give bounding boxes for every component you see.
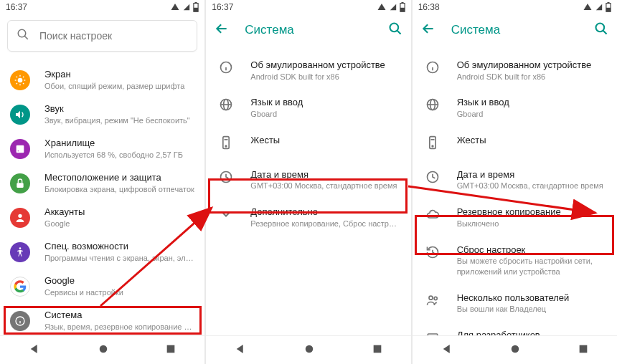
sys-title: Дополнительно <box>250 206 400 219</box>
svg-rect-2 <box>194 8 198 11</box>
svg-rect-25 <box>401 2 403 4</box>
sys-sub: Вы вошли как Владелец <box>457 304 607 315</box>
setting-accessibility[interactable]: Спец. возможностиПрограммы чтения с экра… <box>0 235 204 269</box>
sys-language[interactable]: Язык и вводGboard <box>206 89 410 126</box>
sys-datetime[interactable]: Дата и времяGMT+03:00 Москва, стандартно… <box>413 161 617 198</box>
sys-title: Жесты <box>457 134 607 147</box>
storage-icon <box>10 139 30 159</box>
setting-sound[interactable]: ЗвукЗвук, вибрация, режим "Не беспокоить… <box>0 97 204 132</box>
nav-recent[interactable] <box>152 339 189 362</box>
lock-icon <box>10 173 30 193</box>
nav-recent[interactable] <box>565 339 602 362</box>
svg-rect-16 <box>17 183 23 188</box>
svg-line-29 <box>397 31 400 34</box>
nav-back[interactable] <box>428 338 466 363</box>
sys-title: Сброс настроек <box>457 244 607 257</box>
gesture-icon <box>423 134 443 150</box>
chevron-down-icon <box>216 206 236 221</box>
setting-sub: Язык, время, резервное копирование и обн… <box>44 322 194 332</box>
language-icon <box>423 96 443 112</box>
sys-title: Для разработчиков <box>457 329 607 335</box>
settings-main-screen: 16:37 ЭкранОбои, спящий режим, размер шр… <box>0 0 204 364</box>
clock-icon <box>423 168 443 184</box>
svg-point-46 <box>595 24 604 32</box>
svg-rect-44 <box>606 8 611 11</box>
setting-title: Система <box>44 310 194 322</box>
nav-home[interactable] <box>290 338 329 363</box>
svg-point-3 <box>18 29 26 37</box>
sys-sub: Выключено <box>457 219 607 229</box>
sys-reset[interactable]: Сброс настроекВы можете сбросить настрой… <box>413 236 617 284</box>
search-icon[interactable] <box>591 19 611 42</box>
people-icon <box>423 292 443 307</box>
sys-title: Дата и время <box>250 168 400 181</box>
back-arrow-icon[interactable] <box>212 19 232 42</box>
svg-rect-43 <box>607 2 609 4</box>
svg-rect-23 <box>167 345 175 353</box>
sys-backup[interactable]: Резервное копированиеВыключено <box>413 198 617 236</box>
status-bar: 16:37 <box>206 0 410 14</box>
sys-developer[interactable]: Для разработчиков <box>413 322 617 335</box>
setting-display[interactable]: ЭкранОбои, спящий режим, размер шрифта <box>0 63 204 97</box>
sys-gestures[interactable]: Жесты <box>413 127 617 161</box>
nav-back[interactable] <box>15 338 54 363</box>
system-list: Об эмулированном устройствеAndroid SDK b… <box>206 46 410 236</box>
sys-title: Об эмулированном устройстве <box>250 59 400 72</box>
setting-system[interactable]: СистемаЯзык, время, резервное копировани… <box>0 304 204 335</box>
status-bar: 16:37 <box>0 0 204 14</box>
svg-point-37 <box>225 145 227 147</box>
sys-sub: Резервное копирование, Сброс настроек, Н… <box>250 219 400 229</box>
setting-accounts[interactable]: АккаунтыGoogle <box>0 201 204 235</box>
setting-sub: Программы чтения с экрана, экран, элемен… <box>44 253 194 263</box>
sys-about[interactable]: Об эмулированном устройствеAndroid SDK b… <box>206 52 410 89</box>
language-icon <box>216 96 236 112</box>
status-icons <box>583 2 611 12</box>
sys-about[interactable]: Об эмулированном устройствеAndroid SDK b… <box>413 52 617 89</box>
setting-title: Звук <box>44 103 194 115</box>
sys-sub: GMT+03:00 Москва, стандартное время <box>250 181 400 191</box>
status-bar: 16:38 <box>413 0 617 14</box>
nav-home[interactable] <box>84 338 123 363</box>
setting-title: Аккаунты <box>44 206 194 219</box>
nav-bar <box>206 335 410 364</box>
svg-point-59 <box>434 297 437 300</box>
setting-sub: Сервисы и настройки <box>44 287 194 297</box>
search-icon <box>17 28 29 44</box>
restore-icon <box>423 244 443 259</box>
back-arrow-icon[interactable] <box>418 19 438 42</box>
sys-advanced[interactable]: ДополнительноРезервное копирование, Сбро… <box>206 198 410 236</box>
info-icon <box>216 59 236 75</box>
setting-title: Экран <box>44 69 194 81</box>
setting-storage[interactable]: ХранилищеИспользуется 68 %, свободно 2,5… <box>0 132 204 166</box>
setting-google[interactable]: GoogleСервисы и настройки <box>0 269 204 304</box>
search-input[interactable] <box>39 30 188 42</box>
google-icon <box>10 277 30 297</box>
sys-language[interactable]: Язык и вводGboard <box>413 89 617 126</box>
svg-rect-64 <box>580 345 588 353</box>
setting-security[interactable]: Местоположение и защитаБлокировка экрана… <box>0 166 204 201</box>
sys-sub: Android SDK built for x86 <box>250 72 400 82</box>
clock: 16:38 <box>418 2 440 12</box>
search-icon[interactable] <box>385 19 405 42</box>
page-title: Система <box>451 23 578 37</box>
nav-home[interactable] <box>496 338 534 363</box>
search-box[interactable] <box>7 20 197 52</box>
sys-users[interactable]: Несколько пользователейВы вошли как Влад… <box>413 284 617 322</box>
nav-recent[interactable] <box>359 339 396 362</box>
topbar: Система <box>206 14 410 46</box>
svg-point-40 <box>306 345 314 353</box>
sys-gestures[interactable]: Жесты <box>206 127 410 161</box>
gesture-icon <box>216 134 236 150</box>
nav-back[interactable] <box>221 338 260 363</box>
svg-rect-14 <box>17 145 24 153</box>
system-collapsed-screen: 16:37 Система Об эмулированном устройств… <box>206 0 410 364</box>
sound-icon <box>10 105 30 125</box>
setting-title: Местоположение и защита <box>44 172 194 184</box>
svg-line-4 <box>24 36 28 39</box>
accessibility-icon <box>10 242 30 262</box>
svg-line-10 <box>17 77 17 77</box>
person-icon <box>10 208 30 228</box>
setting-sub: Блокировка экрана, цифровой отпечаток <box>44 184 194 194</box>
sys-title: Язык и ввод <box>250 96 400 109</box>
sys-datetime[interactable]: Дата и времяGMT+03:00 Москва, стандартно… <box>206 161 410 198</box>
